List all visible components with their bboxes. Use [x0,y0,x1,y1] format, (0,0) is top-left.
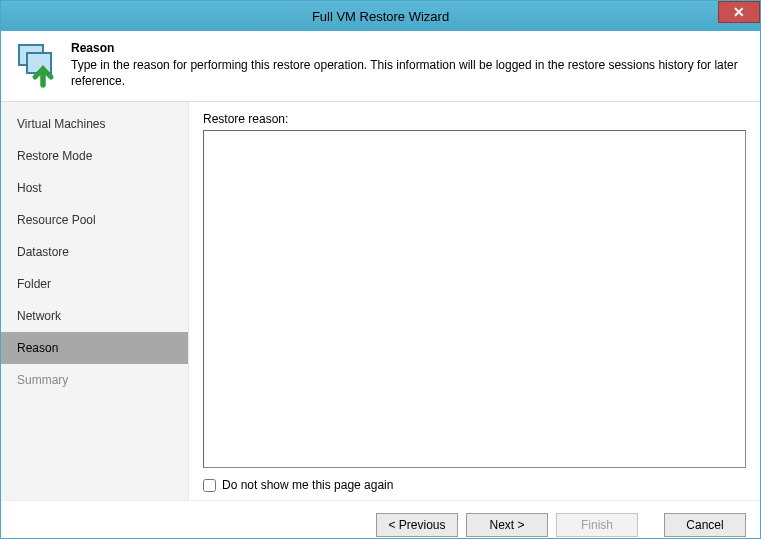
finish-button[interactable]: Finish [556,513,638,537]
wizard-body: Virtual MachinesRestore ModeHostResource… [1,102,760,500]
dont-show-again-label: Do not show me this page again [222,478,393,492]
sidebar-item-reason[interactable]: Reason [1,332,188,364]
dont-show-again-row[interactable]: Do not show me this page again [203,478,746,492]
restore-reason-label: Restore reason: [203,112,746,126]
window-title: Full VM Restore Wizard [312,9,449,24]
cancel-button[interactable]: Cancel [664,513,746,537]
sidebar-item-folder[interactable]: Folder [1,268,188,300]
wizard-footer: < Previous Next > Finish Cancel [1,500,760,539]
previous-button[interactable]: < Previous [376,513,458,537]
restore-reason-input[interactable] [203,130,746,468]
sidebar-item-host[interactable]: Host [1,172,188,204]
sidebar-item-network[interactable]: Network [1,300,188,332]
wizard-header: Reason Type in the reason for performing… [1,31,760,102]
sidebar-item-datastore[interactable]: Datastore [1,236,188,268]
dont-show-again-checkbox[interactable] [203,479,216,492]
wizard-main-panel: Restore reason: Do not show me this page… [189,102,760,500]
sidebar-item-virtual-machines[interactable]: Virtual Machines [1,108,188,140]
sidebar-item-resource-pool[interactable]: Resource Pool [1,204,188,236]
close-icon: ✕ [733,4,745,20]
next-button[interactable]: Next > [466,513,548,537]
sidebar-item-restore-mode[interactable]: Restore Mode [1,140,188,172]
close-button[interactable]: ✕ [718,1,760,23]
wizard-steps-sidebar: Virtual MachinesRestore ModeHostResource… [1,102,189,500]
restore-icon [13,41,61,89]
sidebar-item-summary[interactable]: Summary [1,364,188,396]
header-description: Type in the reason for performing this r… [71,57,748,89]
header-title: Reason [71,41,748,55]
titlebar: Full VM Restore Wizard ✕ [1,1,760,31]
